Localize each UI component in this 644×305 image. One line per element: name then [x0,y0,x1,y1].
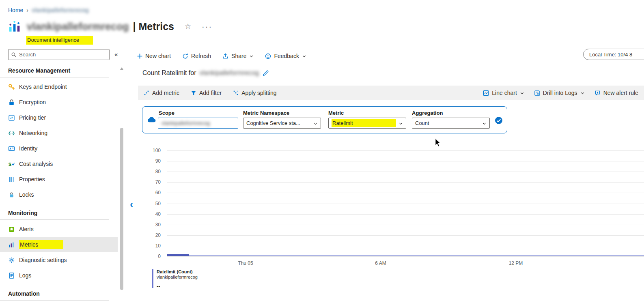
chevron-down-icon [249,54,254,58]
chart-plot-area[interactable] [167,150,644,257]
sidebar-collapse-icon[interactable]: « [114,51,118,58]
sidebar-item-label: Identity [19,145,37,152]
sidebar-item-alerts[interactable]: Alerts [0,221,118,237]
scope-input[interactable]: vlankipalleformrecog [158,118,238,129]
filter-icon [191,90,196,96]
breadcrumb-home-link[interactable]: Home [8,7,23,13]
series-line-ratelimit [167,255,644,256]
sidebar-item-keys-and-endpoint[interactable]: Keys and Endpoint [0,79,118,95]
sidebar-item-identity[interactable]: Identity [0,141,118,156]
line-chart-icon [483,90,489,96]
local-time-picker[interactable]: Local Time: 10/4 8 [583,49,644,60]
new-chart-label: New chart [145,53,171,59]
new-alert-rule-button[interactable]: New alert rule [594,90,638,96]
edit-pencil-icon[interactable] [262,70,269,77]
drill-into-logs-button[interactable]: Drill into Logs [534,90,585,96]
metric-namespace-label: Metric Namespace [243,110,289,116]
sidebar-item-label: Cost analysis [19,161,53,167]
apply-splitting-label: Apply splitting [241,90,276,96]
scrollbar-up-arrow[interactable] [120,67,123,70]
y-tick-label: 10 [155,243,161,249]
sidebar-item-label: Locks [19,191,34,198]
collapse-panel-chevron-icon[interactable]: ‹ [130,200,133,208]
check-circle-icon[interactable] [495,116,503,125]
breadcrumb: Home › vlankipalleformrecog [8,7,89,13]
metric-value: Ratelimit [332,119,396,127]
sidebar-item-encryption[interactable]: Encryption [0,95,118,110]
add-filter-label: Add filter [199,90,222,96]
chart-title-resource: vlankipalleformrecog [200,69,259,77]
plus-icon [137,54,142,59]
x-tick-label: 12 PM [502,260,530,266]
new-alert-rule-label: New alert rule [603,90,638,96]
gridline [167,225,644,225]
sidebar-item-label: Encryption [19,99,46,105]
sidebar-item-label: Pricing tier [19,114,46,121]
pricing-tier-icon [8,114,15,121]
y-tick-label: 30 [155,222,161,228]
sidebar-search[interactable] [8,49,110,60]
legend-metric-name: Ratelimit (Count) [157,269,198,274]
add-metric-button[interactable]: Add metric [144,90,179,96]
gridline [167,150,644,151]
legend-resource-name: vlankipalleformrecog [157,275,198,279]
metrics-icon [8,241,15,248]
share-button[interactable]: Share [222,53,254,59]
chevron-down-icon [482,121,487,125]
page-title-resource: vlankipalleformrecog [27,21,129,32]
metric-label: Metric [328,110,344,116]
chart-type-selector[interactable]: Line chart [483,90,524,96]
sidebar-item-label: Diagnostic settings [19,257,67,263]
more-options-icon[interactable]: ··· [202,24,212,28]
y-tick-label: 20 [155,232,161,238]
smiley-icon [265,53,271,59]
breadcrumb-separator: › [26,7,28,13]
sidebar-item-logs[interactable]: Logs [0,268,118,283]
gear-icon [8,257,15,264]
lock-icon [8,99,15,106]
series-line-start-segment [167,254,189,256]
feedback-button[interactable]: Feedback [265,53,306,59]
svg-text:$: $ [9,161,11,167]
chart-y-axis: 100 90 80 70 60 50 40 30 20 10 0 [145,150,164,256]
sidebar-item-pricing-tier[interactable]: Pricing tier [0,110,118,125]
metric-select[interactable]: Ratelimit [328,118,406,129]
add-metric-label: Add metric [152,90,179,96]
alert-rule-icon [594,90,601,96]
refresh-button[interactable]: Refresh [182,53,211,59]
sidebar-nav: Resource Management Keys and Endpoint En… [0,64,118,301]
apply-splitting-button[interactable]: Apply splitting [233,90,276,96]
sidebar-item-label: Metrics [19,240,63,249]
mouse-cursor [434,138,442,148]
gridline [167,182,644,183]
chart-type-label: Line chart [492,90,517,96]
gridline [167,161,644,161]
padlock-icon [8,191,15,198]
favorite-star-icon[interactable]: ☆ [185,22,191,31]
sidebar-item-properties[interactable]: Properties [0,172,118,187]
y-tick-label: 90 [155,158,161,164]
drill-logs-icon [534,90,540,96]
metric-namespace-select[interactable]: Cognitive Service sta... [243,118,321,129]
properties-icon [8,176,15,183]
sidebar-item-diagnostic-settings[interactable]: Diagnostic settings [0,252,118,268]
sidebar-item-label: Alerts [19,226,34,232]
sidebar-scrollbar-thumb[interactable] [120,128,123,290]
add-filter-button[interactable]: Add filter [191,90,222,96]
sidebar-item-networking[interactable]: Networking [0,125,118,141]
sidebar-item-cost-analysis[interactable]: $ Cost analysis [0,156,118,172]
sidebar-item-locks[interactable]: Locks [0,187,118,202]
aggregation-select[interactable]: Count [412,118,490,129]
search-input[interactable] [19,52,107,58]
chart-title-prefix: Count Ratelimit for [142,69,196,77]
metric-namespace-value: Cognitive Service sta... [246,120,300,126]
refresh-icon [182,53,188,59]
section-title-resource-management: Resource Management [0,64,118,77]
gridline [167,204,644,204]
page-title-metrics: | Metrics [133,21,174,32]
breadcrumb-current-resource[interactable]: vlankipalleformrecog [32,7,89,13]
chevron-down-icon [520,91,524,95]
chart-legend[interactable]: Ratelimit (Count) vlankipalleformrecog -… [152,269,198,289]
new-chart-button[interactable]: New chart [137,53,171,59]
sidebar-item-metrics[interactable]: Metrics [0,237,118,252]
